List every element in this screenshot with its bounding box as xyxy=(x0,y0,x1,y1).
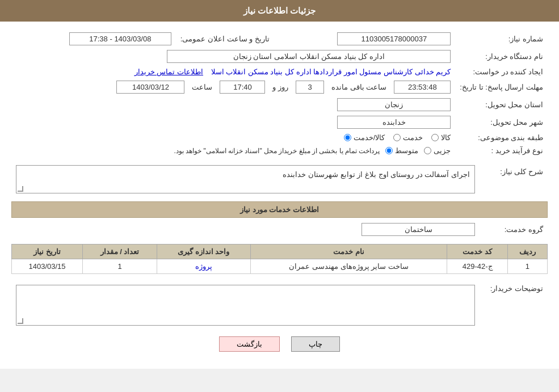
reply-remaining-label: ساعت باقی مانده xyxy=(331,83,386,91)
buyer-notes-box xyxy=(16,285,475,326)
col-code: کد خدمت xyxy=(447,245,507,259)
category-kala-khedmat-label: کالا/خدمت xyxy=(354,133,385,142)
announce-date-input: 1403/03/08 - 17:38 xyxy=(69,32,171,45)
category-kala[interactable]: کالا xyxy=(431,133,451,142)
need-description-box: اجرای آسفالت در روستای اوج بلاغ از توابع… xyxy=(16,165,475,193)
category-kala-khedmat[interactable]: کالا/خدمت xyxy=(344,133,385,142)
need-description-label: شرح کلی نیاز: xyxy=(480,163,548,196)
reply-time-input: 17:40 xyxy=(220,81,265,94)
cell-row: 1 xyxy=(507,259,547,274)
category-kala-label: کالا xyxy=(441,133,451,142)
reply-deadline-row: 1403/03/12 ساعت 17:40 روز و 3 ساعت باقی … xyxy=(11,78,455,96)
col-unit: واحد اندازه گیری xyxy=(157,245,250,259)
category-options: کالا خدمت کالا/خدمت xyxy=(11,131,455,144)
city-input: خدابنده xyxy=(337,116,451,129)
buyer-org-input: اداره کل بنیاد مسکن انقلاب اسلامی استان … xyxy=(167,50,451,63)
need-description-text: اجرای آسفالت در روستای اوج بلاغ از توابع… xyxy=(283,170,470,179)
buyer-org-label: نام دستگاه خریدار: xyxy=(455,48,548,65)
buyer-notes-section: توضیحات خریدار: xyxy=(11,280,548,328)
buyer-org-value: اداره کل بنیاد مسکن انقلاب اسلامی استان … xyxy=(11,48,455,65)
resize-handle[interactable] xyxy=(18,186,23,192)
purchase-motavasset[interactable]: متوسط xyxy=(385,146,418,155)
page-title: جزئیات اطلاعات نیاز xyxy=(243,6,316,15)
creator-label: ایجاد کننده در خواست: xyxy=(455,65,548,78)
city-label: شهر محل تحویل: xyxy=(455,113,548,131)
service-group-table: گروه خدمت: ساختمان xyxy=(11,221,548,238)
need-description-value: اجرای آسفالت در روستای اوج بلاغ از توابع… xyxy=(11,163,480,196)
purchase-type-label: نوع فرآیند خرید : xyxy=(455,144,548,157)
need-number-label: شماره نیاز: xyxy=(455,30,548,48)
cell-qty: 1 xyxy=(83,259,157,274)
col-name: نام خدمت xyxy=(250,245,447,259)
creator-text: کریم خدائی کارشناس مسئول امور قراردادها … xyxy=(211,68,451,76)
reply-remaining-input: 23:53:48 xyxy=(394,81,451,94)
announce-date-label: تاریخ و ساعت اعلان عمومی: xyxy=(176,30,274,48)
col-row: ردیف xyxy=(507,245,547,259)
page-header: جزئیات اطلاعات نیاز xyxy=(0,0,559,22)
reply-days-label: روز و xyxy=(272,83,288,91)
category-khedmat[interactable]: خدمت xyxy=(393,133,423,142)
print-button[interactable]: چاپ xyxy=(291,336,340,352)
city-value: خدابنده xyxy=(11,113,455,131)
reply-days-input: 3 xyxy=(296,81,324,94)
announce-date-value: 1403/03/08 - 17:38 xyxy=(11,30,176,48)
reply-date-input: 1403/03/12 xyxy=(116,81,184,94)
buyer-notes-label: توضیحات خریدار: xyxy=(480,280,548,328)
need-description-section: شرح کلی نیاز: اجرای آسفالت در روستای اوج… xyxy=(11,163,548,196)
service-group-input: ساختمان xyxy=(362,223,475,236)
col-qty: تعداد / مقدار xyxy=(83,245,157,259)
category-khedmat-label: خدمت xyxy=(403,133,423,142)
province-value: زنجان xyxy=(11,96,455,113)
reply-deadline-label: مهلت ارسال پاسخ: تا تاریخ: xyxy=(455,78,548,96)
category-label: طبقه بندی موضوعی: xyxy=(455,131,548,144)
table-row: 1 ج-42-429 ساخت سایر پروژه‌های مهندسی عم… xyxy=(12,259,548,274)
cell-date: 1403/03/15 xyxy=(12,259,83,274)
services-section-header: اطلاعات خدمات مورد نیاز xyxy=(11,201,548,218)
back-button[interactable]: بازگشت xyxy=(219,336,280,352)
reply-time-label: ساعت xyxy=(192,83,212,91)
main-info-table: شماره نیاز: 1103005178000037 تاریخ و ساع… xyxy=(11,30,548,157)
cell-name: ساخت سایر پروژه‌های مهندسی عمران xyxy=(250,259,447,274)
need-number-input: 1103005178000037 xyxy=(337,32,451,45)
buyer-notes-value xyxy=(11,280,480,328)
purchase-jozi-label: جزیی xyxy=(434,146,451,155)
col-date: تاریخ نیاز xyxy=(12,245,83,259)
creator-value: کریم خدائی کارشناس مسئول امور قراردادها … xyxy=(11,65,455,78)
cell-code: ج-42-429 xyxy=(447,259,507,274)
service-group-label: گروه خدمت: xyxy=(480,221,548,238)
province-input: زنجان xyxy=(337,98,451,111)
contact-link[interactable]: اطلاعات تماس خریدار xyxy=(135,68,203,76)
action-buttons: چاپ بازگشت xyxy=(11,336,548,352)
service-group-value: ساختمان xyxy=(11,221,480,238)
purchase-type-row: جزیی متوسط پرداخت تمام یا بخشی از مبلغ خ… xyxy=(11,144,455,157)
province-label: استان محل تحویل: xyxy=(455,96,548,113)
purchase-type-note: پرداخت تمام یا بخشی از مبلغ خریداز محل "… xyxy=(174,147,380,155)
purchase-motavasset-label: متوسط xyxy=(395,146,418,155)
services-table: ردیف کد خدمت نام خدمت واحد اندازه گیری ت… xyxy=(11,244,548,274)
cell-unit: پروژه xyxy=(157,259,250,274)
notes-resize-handle[interactable] xyxy=(18,318,23,324)
buyer-notes-text xyxy=(16,285,474,325)
need-number-value: 1103005178000037 xyxy=(274,30,455,48)
purchase-jozi[interactable]: جزیی xyxy=(424,146,451,155)
